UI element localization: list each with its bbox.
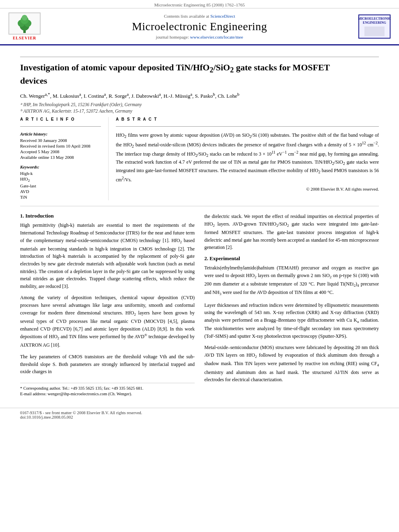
journal-logo-image: [364, 27, 385, 36]
keyword-1: High-k: [20, 171, 101, 176]
keyword-2: HfO2: [20, 177, 101, 183]
copyright-line: © 2008 Elsevier B.V. All rights reserved…: [116, 187, 379, 191]
affiliation-b: ᵇ AIXTRON AG, Kackertstr. 15-17, 52072 A…: [20, 108, 379, 114]
journal-logo-box: MICROELECTRONIC ENGINEERING: [358, 14, 391, 39]
journal-citation: Microelectronic Engineering 85 (2008) 17…: [154, 2, 245, 7]
history-label: Article history:: [20, 131, 101, 136]
title-top-divider: [20, 57, 379, 57]
keywords-label: Keywords:: [20, 164, 101, 169]
footnote-email: E-mail address: wenger@ihp-microelectron…: [20, 391, 195, 397]
exp-para-2: Layer thicknesses and refraction indices…: [204, 302, 379, 340]
journal-logo-line1: MICROELECTRONIC: [358, 17, 391, 21]
elsevier-wordmark: ELSEVIER: [13, 36, 37, 40]
received-date: Received 30 January 2008: [20, 138, 101, 143]
footnote-corresponding: * Corresponding author. Tel.: +49 335 56…: [20, 386, 195, 392]
article-section: Investigation of atomic vapour deposited…: [0, 45, 399, 114]
bottom-bar: 0167-9317/$ - see front matter © 2008 El…: [0, 408, 399, 422]
journal-logo-right: MICROELECTRONIC ENGINEERING: [356, 14, 393, 39]
exp-heading: 2. Experimental: [204, 255, 379, 262]
sciencedirect-anchor[interactable]: ScienceDirect: [210, 14, 235, 18]
footnote-area: * Corresponding author. Tel.: +49 335 56…: [20, 383, 195, 397]
info-divider: [20, 126, 101, 127]
journal-logo-line2: ENGINEERING: [363, 21, 386, 25]
elsevier-logo: ELSEVIER: [6, 12, 43, 40]
journal-title: Microelectronic Engineering: [47, 20, 352, 33]
right-column: A B S T R A C T HfO2 films were grown by…: [109, 117, 379, 200]
journal-homepage: journal homepage: www.elsevier.com/locat…: [47, 35, 352, 39]
abstract-label: A B S T R A C T: [116, 117, 379, 121]
keyword-5: TiN: [20, 195, 101, 199]
accepted-date: Accepted 5 May 2008: [20, 149, 101, 154]
intro-para-2: Among the variety of deposition techniqu…: [20, 294, 195, 349]
right-para-1: the dielectric stack. We report the effe…: [204, 213, 379, 251]
main-body: 1. Introduction High permittivity (high-…: [0, 206, 399, 404]
abstract-text: HfO2 films were grown by atomic vapour d…: [116, 131, 379, 183]
intro-heading: 1. Introduction: [20, 213, 195, 219]
exp-para-1: Tetrakis(ethylmethylamido)hafnium (TEMAH…: [204, 264, 379, 298]
intro-para-1: High permittivity (high-k) materials are…: [20, 222, 195, 290]
abstract-divider: [116, 126, 379, 127]
journal-header: ELSEVIER Contents lists available at Sci…: [0, 8, 399, 45]
doi-line: doi:10.1016/j.mee.2008.05.002: [20, 415, 379, 419]
body-columns: 1. Introduction High permittivity (high-…: [20, 213, 379, 397]
article-info-abstract: A R T I C L E I N F O Article history: R…: [0, 117, 399, 200]
online-date: Available online 13 May 2008: [20, 155, 101, 160]
exp-para-3: Metal-oxide–semiconductor (MOS) structur…: [204, 344, 379, 383]
elsevier-tree-icon: [12, 14, 37, 34]
keyword-3: Gate-last: [20, 183, 101, 188]
homepage-link[interactable]: www.elsevier.com/locate/mee: [190, 35, 243, 39]
article-title: Investigation of atomic vapour deposited…: [20, 62, 379, 87]
header-center: Contents lists available at ScienceDirec…: [47, 14, 352, 39]
elsevier-logo-box: [8, 12, 41, 35]
affiliation-a: ᵃ IHP, Im Technologiepark 25, 15236 Fran…: [20, 102, 379, 107]
top-bar: Microelectronic Engineering 85 (2008) 17…: [0, 0, 399, 8]
body-left-column: 1. Introduction High permittivity (high-…: [20, 213, 195, 397]
body-right-column: the dielectric stack. We report the effe…: [204, 213, 379, 397]
keyword-4: AVD: [20, 189, 101, 194]
article-info-label: A R T I C L E I N F O: [20, 117, 101, 121]
svg-point-5: [22, 15, 27, 21]
sciencedirect-link: Contents lists available at ScienceDirec…: [47, 14, 352, 18]
intro-para-3: The key parameters of CMOS transistors a…: [20, 353, 195, 376]
page-wrapper: Microelectronic Engineering 85 (2008) 17…: [0, 0, 399, 422]
authors-line: Ch. Wengera,*, M. Lukosiusa, I. Costinaa…: [20, 92, 379, 99]
left-column: A R T I C L E I N F O Article history: R…: [20, 117, 109, 200]
issn-line: 0167-9317/$ - see front matter © 2008 El…: [20, 411, 379, 415]
revised-date: Received in revised form 10 April 2008: [20, 144, 101, 148]
